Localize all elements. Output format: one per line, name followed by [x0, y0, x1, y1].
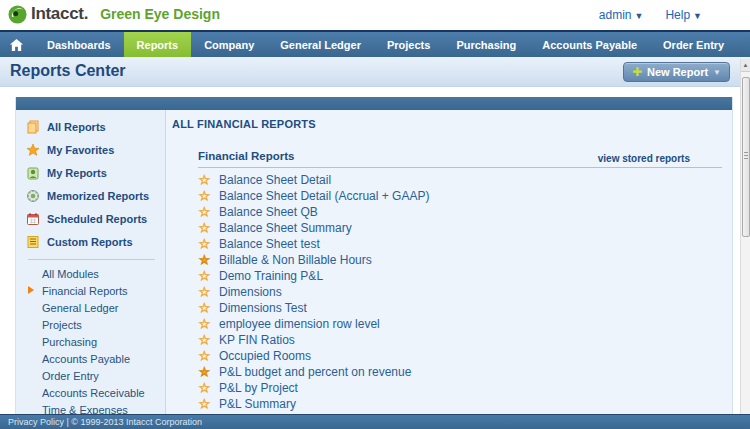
module-item-time-expenses[interactable]: Time & Expenses: [16, 401, 165, 414]
report-link[interactable]: Balance Sheet Detail (Accrual + GAAP): [219, 189, 429, 203]
report-row[interactable]: ★Dimensions: [198, 284, 722, 300]
nav-item-accounts-receivable[interactable]: Accounts Receivable: [737, 32, 750, 57]
sidebar-item-my-reports[interactable]: My Reports: [16, 161, 165, 184]
report-row[interactable]: ★P&L Summary: [198, 396, 722, 412]
sidebar-item-label: Custom Reports: [47, 236, 133, 248]
module-item-general-ledger[interactable]: General Ledger: [16, 299, 165, 316]
nav-item-order-entry[interactable]: Order Entry: [650, 32, 737, 57]
sidebar-item-scheduled-reports[interactable]: Scheduled Reports: [16, 207, 165, 230]
report-row[interactable]: ★Balance Sheet test: [198, 236, 722, 252]
report-row[interactable]: ★KP FIN Ratios: [198, 332, 722, 348]
report-link[interactable]: Occupied Rooms: [219, 349, 311, 363]
user-menu[interactable]: admin▼: [599, 8, 644, 22]
help-menu[interactable]: Help▼: [665, 8, 702, 22]
module-item-label: Order Entry: [42, 370, 99, 382]
favorite-star-icon[interactable]: ★: [198, 174, 211, 186]
nav-item-dashboards[interactable]: Dashboards: [34, 32, 124, 57]
favorite-star-icon[interactable]: ★: [198, 398, 211, 410]
reports-sidebar: All Reports My Favorites My Reports Memo…: [16, 110, 166, 414]
favorite-star-icon[interactable]: ★: [198, 286, 211, 298]
report-row[interactable]: ★P&L by Project: [198, 380, 722, 396]
intacct-logo[interactable]: Intacct. Green Eye Design: [8, 4, 220, 24]
nav-item-purchasing[interactable]: Purchasing: [443, 32, 529, 57]
favorite-star-icon[interactable]: ★: [198, 334, 211, 346]
scrollbar-thumb[interactable]: [742, 77, 750, 237]
view-stored-reports-link[interactable]: view stored reports: [598, 153, 690, 164]
help-menu-label: Help: [665, 8, 690, 22]
favorite-star-icon[interactable]: ★: [198, 302, 211, 314]
module-item-all-modules[interactable]: All Modules: [16, 265, 165, 282]
module-item-label: General Ledger: [42, 302, 118, 314]
chevron-down-icon: ▼: [713, 68, 721, 77]
report-link[interactable]: Balance Sheet test: [219, 237, 320, 251]
report-link[interactable]: Balance Sheet Detail: [219, 173, 331, 187]
module-item-label: Accounts Payable: [42, 353, 130, 365]
favorite-star-icon[interactable]: ★: [198, 350, 211, 362]
report-row[interactable]: ★employee dimension row level: [198, 316, 722, 332]
sidebar-item-label: My Reports: [47, 167, 107, 179]
report-row[interactable]: ★Dimensions Test: [198, 300, 722, 316]
favorite-star-icon[interactable]: ★: [198, 206, 211, 218]
sidebar-item-all-reports[interactable]: All Reports: [16, 115, 165, 138]
scroll-up-arrow-icon[interactable]: ▲: [741, 59, 750, 72]
report-row[interactable]: ★Balance Sheet Detail (Accrual + GAAP): [198, 188, 722, 204]
nav-item-reports[interactable]: Reports: [124, 32, 192, 57]
nav-item-projects[interactable]: Projects: [374, 32, 443, 57]
nav-item-accounts-payable[interactable]: Accounts Payable: [529, 32, 650, 57]
module-item-purchasing[interactable]: Purchasing: [16, 333, 165, 350]
report-row[interactable]: ★Balance Sheet Summary: [198, 220, 722, 236]
report-link[interactable]: Demo Training P&L: [219, 269, 323, 283]
favorite-star-icon[interactable]: ★: [198, 238, 211, 250]
user-menu-label: admin: [599, 8, 632, 22]
sidebar-item-memorized-reports[interactable]: Memorized Reports: [16, 184, 165, 207]
module-item-financial-reports[interactable]: Financial Reports: [16, 282, 165, 299]
report-link[interactable]: Dimensions Test: [219, 301, 307, 315]
favorite-star-icon[interactable]: ★: [198, 254, 211, 266]
report-link[interactable]: Balance Sheet QB: [219, 205, 318, 219]
scrollbar-grip: [744, 152, 748, 160]
report-link[interactable]: KP FIN Ratios: [219, 333, 295, 347]
report-link[interactable]: P&L by Project: [219, 381, 298, 395]
report-row[interactable]: ★P&L budget and percent on revenue: [198, 364, 722, 380]
nav-item-general-ledger[interactable]: General Ledger: [267, 32, 374, 57]
sidebar-item-custom-reports[interactable]: Custom Reports: [16, 230, 165, 253]
active-arrow-icon: [28, 286, 34, 294]
favorite-star-icon[interactable]: ★: [198, 382, 211, 394]
report-link[interactable]: Balance Sheet Summary: [219, 221, 352, 235]
module-item-order-entry[interactable]: Order Entry: [16, 367, 165, 384]
favorite-star-icon[interactable]: ★: [198, 366, 211, 378]
module-item-label: Accounts Receivable: [42, 387, 145, 399]
report-row[interactable]: ★Balance Sheet Detail: [198, 172, 722, 188]
panel-body: All Reports My Favorites My Reports Memo…: [16, 110, 732, 414]
nav-item-company[interactable]: Company: [191, 32, 267, 57]
report-row[interactable]: ★Demo Training P&L: [198, 268, 722, 284]
vertical-scrollbar[interactable]: ▲: [740, 59, 750, 414]
favorite-star-icon[interactable]: ★: [198, 318, 211, 330]
sidebar-item-label: Scheduled Reports: [47, 213, 147, 225]
sidebar-item-label: Memorized Reports: [47, 190, 149, 202]
module-item-label: Financial Reports: [42, 285, 128, 297]
module-item-accounts-receivable[interactable]: Accounts Receivable: [16, 384, 165, 401]
report-row[interactable]: ★Billable & Non Billable Hours: [198, 252, 722, 268]
sidebar-divider: [28, 259, 155, 260]
report-link[interactable]: P&L budget and percent on revenue: [219, 365, 411, 379]
content-panel: All Reports My Favorites My Reports Memo…: [15, 97, 733, 414]
module-item-accounts-payable[interactable]: Accounts Payable: [16, 350, 165, 367]
home-button[interactable]: [0, 32, 34, 57]
module-item-projects[interactable]: Projects: [16, 316, 165, 333]
report-row[interactable]: ★Occupied Rooms: [198, 348, 722, 364]
app-header: Intacct. Green Eye Design admin▼ Help▼: [0, 0, 750, 30]
new-report-button[interactable]: ✚ New Report ▼: [623, 62, 730, 82]
sidebar-item-my-favorites[interactable]: My Favorites: [16, 138, 165, 161]
module-item-label: All Modules: [42, 268, 99, 280]
calendar-icon: [26, 212, 40, 226]
report-link[interactable]: Dimensions: [219, 285, 282, 299]
report-row[interactable]: ★Balance Sheet QB: [198, 204, 722, 220]
favorite-star-icon[interactable]: ★: [198, 270, 211, 282]
favorite-star-icon[interactable]: ★: [198, 190, 211, 202]
privacy-policy-link[interactable]: Privacy Policy: [8, 417, 64, 427]
report-link[interactable]: Billable & Non Billable Hours: [219, 253, 372, 267]
favorite-star-icon[interactable]: ★: [198, 222, 211, 234]
report-link[interactable]: employee dimension row level: [219, 317, 380, 331]
report-link[interactable]: P&L Summary: [219, 397, 296, 411]
